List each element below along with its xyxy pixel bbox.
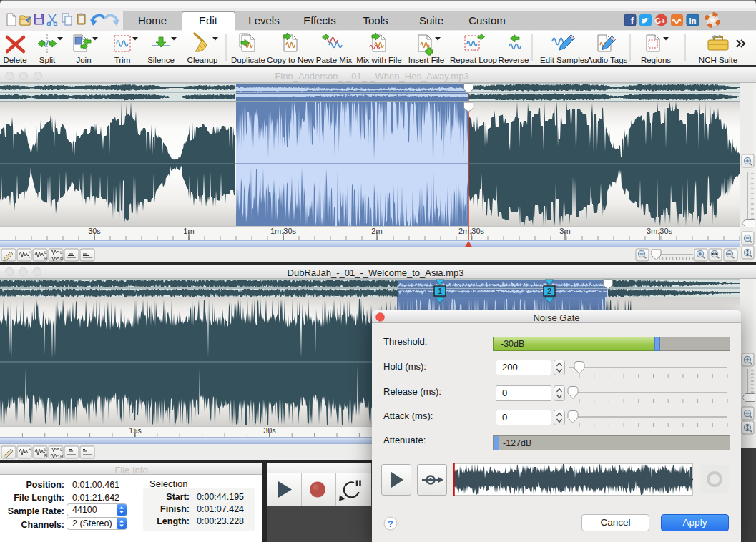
svg-text:15s: 15s	[129, 426, 142, 435]
svg-text:1: 1	[438, 287, 442, 295]
svg-text:+: +	[29, 447, 31, 451]
svg-text:?: ?	[388, 519, 393, 529]
svg-text:R: R	[60, 257, 64, 261]
svg-text:2: 2	[547, 287, 551, 295]
svg-text:-: -	[29, 255, 30, 260]
svg-text:R: R	[60, 454, 64, 458]
svg-text:-: -	[29, 453, 30, 457]
svg-text:in: in	[689, 16, 697, 25]
svg-text:f: f	[631, 16, 634, 26]
svg-text:G+: G+	[655, 16, 666, 25]
svg-text:R: R	[44, 453, 48, 458]
svg-text:+: +	[29, 250, 31, 254]
svg-text:30s: 30s	[263, 426, 276, 435]
svg-text:R: R	[44, 256, 48, 260]
